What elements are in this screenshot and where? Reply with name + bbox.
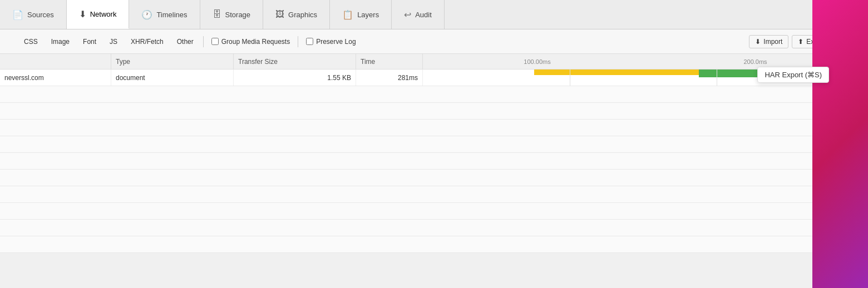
tab-bar: 📄 Sources ⬇ Network 🕐 Timelines 🗄 Storag…: [0, 0, 868, 29]
table-row-empty-2: [0, 103, 868, 120]
tab-sources-label: Sources: [27, 11, 54, 19]
waterfall-label-100: 100.00ms: [524, 58, 550, 65]
waterfall-divider-1: [570, 69, 570, 86]
row-time: 281ms: [356, 69, 423, 86]
tab-audit-label: Audit: [415, 11, 432, 19]
graphics-icon: 🖼: [275, 9, 284, 19]
har-export-tooltip: HAR Export (⌘S): [757, 67, 829, 83]
table-body: neverssl.com document 1.55 KB 281ms: [0, 69, 868, 288]
filter-xhr-button[interactable]: XHR/Fetch: [125, 36, 170, 48]
tab-graphics-label: Graphics: [288, 11, 317, 19]
waterfall-bar-yellow: [534, 69, 699, 75]
tab-network-label: Network: [90, 10, 117, 18]
waterfall-divider-2: [717, 69, 717, 86]
tab-layers-label: Layers: [357, 11, 379, 19]
table-row-empty-6: [0, 170, 868, 186]
table-row[interactable]: neverssl.com document 1.55 KB 281ms: [0, 69, 868, 86]
timelines-icon: 🕐: [141, 9, 152, 20]
tab-timelines-label: Timelines: [156, 11, 187, 19]
tab-network[interactable]: ⬇ Network: [67, 0, 130, 29]
col-header-name: [0, 54, 111, 69]
table-row-empty-1: [0, 86, 868, 103]
filter-js-button[interactable]: JS: [103, 36, 124, 48]
filter-separator-1: [203, 36, 204, 47]
tab-storage[interactable]: 🗄 Storage: [200, 0, 264, 29]
row-size: 1.55 KB: [234, 69, 356, 86]
filter-font-button[interactable]: Font: [77, 36, 102, 48]
preserve-log-checkbox[interactable]: [306, 38, 313, 45]
table-header: Type Transfer Size Time 100.00ms 200.0ms: [0, 54, 868, 69]
table-row-empty-5: [0, 153, 868, 170]
har-export-tooltip-text: HAR Export (⌘S): [765, 71, 822, 79]
filter-bar: CSS Image Font JS XHR/Fetch Other Group …: [0, 29, 868, 54]
waterfall-label-200: 200.0ms: [743, 58, 767, 65]
group-media-checkbox-group: Group Media Requests: [207, 38, 294, 46]
table-row-empty-10: [0, 236, 868, 253]
tab-storage-label: Storage: [225, 11, 251, 19]
tab-audit[interactable]: ↩ Audit: [392, 0, 445, 29]
waterfall-labels: 100.00ms 200.0ms: [427, 58, 864, 65]
sources-icon: 📄: [12, 9, 23, 20]
group-media-checkbox[interactable]: [211, 38, 219, 45]
table-container: Type Transfer Size Time 100.00ms 200.0ms…: [0, 54, 868, 288]
filter-css-button[interactable]: CSS: [18, 36, 44, 48]
tab-sources[interactable]: 📄 Sources: [0, 0, 67, 29]
layers-icon: 📋: [342, 9, 353, 20]
right-gradient: [812, 0, 868, 288]
row-name: neverssl.com: [0, 69, 111, 86]
tab-timelines[interactable]: 🕐 Timelines: [129, 0, 200, 29]
col-header-time: Time: [356, 54, 423, 69]
filter-other-button[interactable]: Other: [171, 36, 200, 48]
tab-graphics[interactable]: 🖼 Graphics: [263, 0, 330, 29]
audit-icon: ↩: [404, 9, 411, 20]
col-header-type: Type: [111, 54, 234, 69]
preserve-log-label[interactable]: Preserve Log: [316, 38, 356, 46]
row-type: document: [111, 69, 234, 86]
col-header-size: Transfer Size: [234, 54, 356, 69]
export-icon: ⬆: [798, 38, 803, 46]
storage-icon: 🗄: [213, 9, 221, 19]
table-row-empty-4: [0, 136, 868, 153]
preserve-log-checkbox-group: Preserve Log: [302, 38, 360, 46]
import-label: Import: [763, 38, 782, 46]
tab-layers[interactable]: 📋 Layers: [330, 0, 392, 29]
import-button[interactable]: ⬇ Import: [749, 35, 788, 48]
table-row-empty-8: [0, 203, 868, 220]
filter-image-button[interactable]: Image: [45, 36, 76, 48]
table-row-empty-9: [0, 220, 868, 236]
filter-all-button[interactable]: [4, 39, 17, 44]
table-row-empty-3: [0, 120, 868, 136]
import-icon: ⬇: [755, 38, 761, 46]
filter-separator-2: [298, 36, 298, 47]
table-row-empty-7: [0, 186, 868, 203]
group-media-label[interactable]: Group Media Requests: [221, 38, 290, 46]
network-icon: ⬇: [79, 9, 86, 19]
